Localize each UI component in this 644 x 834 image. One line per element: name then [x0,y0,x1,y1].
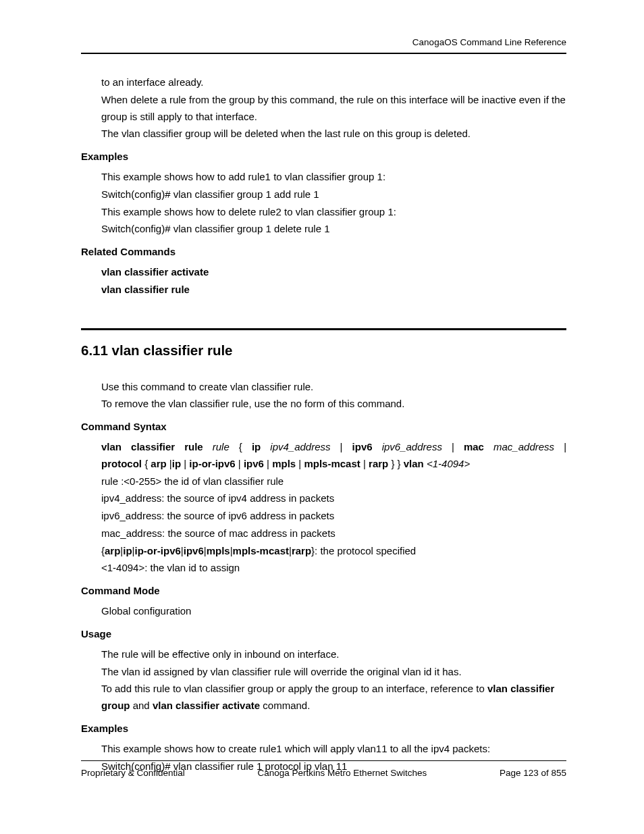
examples-heading: Examples [81,723,566,734]
example-line: Switch(config)# vlan classifier group 1 … [101,221,566,238]
example-line: Switch(config)# vlan classifier group 1 … [101,186,566,203]
para: Use this command to create vlan classifi… [101,379,566,396]
related-body: vlan classifier activate vlan classifier… [81,264,566,298]
page: CanogaOS Command Line Reference to an in… [0,0,644,834]
para: When delete a rule from the group by thi… [101,92,566,126]
footer-left: Proprietary & Confidential [81,768,185,778]
footer-rule [81,760,566,761]
mode-heading: Command Mode [81,585,566,596]
syntax-desc: {arp|ip|ip-or-ipv6|ipv6|mpls|mpls-mcast|… [101,543,566,560]
prev-body: to an interface already. When delete a r… [81,74,566,142]
para: The vlan classifier group will be delete… [101,126,566,142]
examples-body: This example shows how to add rule1 to v… [81,169,566,238]
footer-row: Proprietary & Confidential Canoga Pertki… [81,768,566,778]
usage-heading: Usage [81,628,566,640]
mode-value: Global configuration [101,603,566,620]
doc-title: CanogaOS Command Line Reference [412,37,566,47]
syntax-desc: ipv6_address: the source of ipv6 address… [101,508,566,525]
para: to an interface already. [101,74,566,91]
example-line: This example shows how to add rule1 to v… [101,169,566,186]
syntax-desc: rule :<0-255> the id of vlan classifier … [101,473,566,490]
syntax-line: protocol { arp |ip | ip-or-ipv6 | ipv6 |… [101,456,566,473]
usage-body: The rule will be effective only in inbou… [81,646,566,714]
syntax-desc: mac_address: the source of mac address i… [101,525,566,542]
header-rule [81,53,566,54]
page-footer: Proprietary & Confidential Canoga Pertki… [81,760,566,778]
footer-center: Canoga Pertkins Metro Ethernet Switches [258,768,427,778]
section-rule [81,328,566,330]
example-line: This example shows how to delete rule2 t… [101,204,566,221]
related-command: vlan classifier rule [101,282,566,298]
usage-line: The vlan id assigned by vlan classifier … [101,664,566,681]
page-header: CanogaOS Command Line Reference [81,37,566,53]
para: To remove the vlan classifier rule, use … [101,396,566,413]
example-line: This example shows how to create rule1 w… [101,741,566,758]
footer-right: Page 123 of 855 [500,768,566,778]
usage-line: The rule will be effective only in inbou… [101,646,566,663]
syntax-desc: ipv4_address: the source of ipv4 address… [101,490,566,507]
syntax-heading: Command Syntax [81,421,566,432]
mode-body: Global configuration [81,603,566,620]
usage-line: To add this rule to vlan classifier grou… [101,681,566,714]
syntax-body: vlan classifier rule rule { ip ipv4_addr… [81,439,566,577]
related-heading: Related Commands [81,246,566,257]
related-command: vlan classifier activate [101,264,566,281]
syntax-desc: <1-4094>: the vlan id to assign [101,560,566,577]
section-title: 6.11 vlan classifier rule [81,342,566,359]
section-intro: Use this command to create vlan classifi… [81,379,566,413]
syntax-line: vlan classifier rule rule { ip ipv4_addr… [101,439,566,456]
examples-heading: Examples [81,151,566,162]
